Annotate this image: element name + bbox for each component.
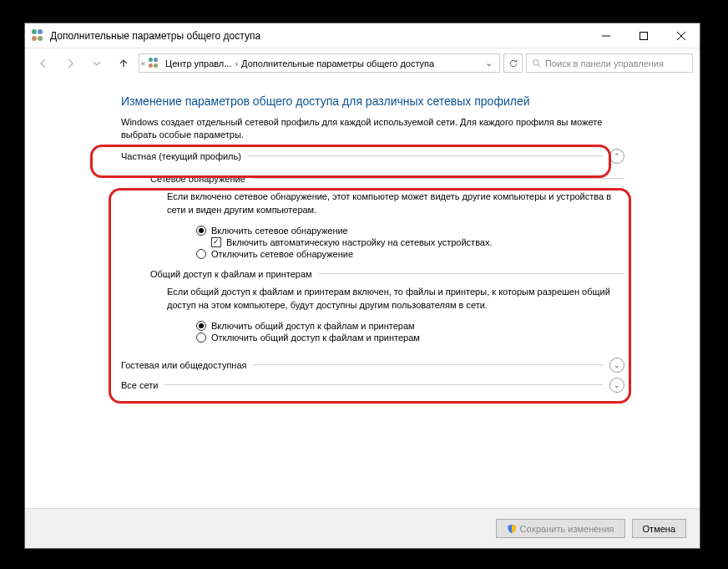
recent-dropdown[interactable]	[85, 52, 109, 75]
save-button[interactable]: Сохранить изменения	[496, 519, 625, 538]
search-icon	[532, 58, 542, 69]
titlebar: Дополнительные параметры общего доступа	[25, 23, 700, 48]
svg-rect-1	[640, 32, 647, 39]
content: Изменение параметров общего доступа для …	[25, 79, 700, 508]
divider	[248, 155, 603, 156]
up-button[interactable]	[112, 52, 135, 75]
radio-sharing-off[interactable]: Отключить общий доступ к файлам и принте…	[196, 333, 624, 343]
divider	[164, 384, 603, 385]
divider	[319, 273, 624, 274]
address-bar[interactable]: « Центр управл... › Дополнительные парам…	[139, 53, 500, 73]
chevron-down-icon[interactable]: ⌄	[609, 358, 624, 373]
search-placeholder: Поиск в панели управления	[545, 58, 664, 69]
radio-icon	[196, 249, 206, 259]
checkbox-icon: ✓	[211, 237, 221, 247]
chevron-up-icon[interactable]: ⌃	[609, 149, 624, 164]
radio-icon	[196, 333, 206, 343]
profile-private-header[interactable]: Частная (текущий профиль) ⌃	[121, 149, 624, 164]
shield-icon	[507, 524, 517, 534]
page-heading: Изменение параметров общего доступа для …	[121, 94, 624, 108]
svg-point-4	[533, 59, 539, 65]
radio-icon	[196, 321, 206, 331]
footer: Сохранить изменения Отмена	[25, 508, 700, 548]
svg-line-5	[538, 64, 541, 67]
window-buttons	[587, 23, 700, 48]
chevron-down-icon[interactable]: ⌄	[609, 378, 624, 393]
profile-all-title: Все сети	[121, 380, 158, 390]
breadcrumb-sep: ›	[235, 58, 238, 69]
minimize-button[interactable]	[587, 23, 624, 48]
navbar: « Центр управл... › Дополнительные парам…	[25, 48, 700, 78]
forward-button[interactable]	[58, 52, 82, 75]
refresh-button[interactable]	[503, 53, 523, 73]
close-button[interactable]	[662, 23, 700, 48]
address-dropdown[interactable]: ⌄	[480, 58, 498, 69]
profile-guest-title: Гостевая или общедоступная	[121, 360, 247, 370]
radio-sharing-on[interactable]: Включить общий доступ к файлам и принтер…	[196, 321, 624, 331]
radio-icon	[196, 226, 206, 236]
discovery-desc: Если включено сетевое обнаружение, этот …	[167, 191, 624, 217]
radio-discovery-off[interactable]: Отключить сетевое обнаружение	[196, 249, 624, 259]
divider	[254, 364, 603, 365]
control-panel-icon	[149, 58, 162, 69]
profile-guest-header[interactable]: Гостевая или общедоступная ⌄	[121, 358, 624, 373]
control-panel-icon	[32, 29, 45, 43]
search-input[interactable]: Поиск в панели управления	[526, 53, 693, 73]
maximize-button[interactable]	[624, 23, 662, 48]
group-discovery-title: Сетевое обнаружение	[150, 174, 624, 184]
cancel-button[interactable]: Отмена	[632, 519, 686, 538]
divider	[252, 178, 624, 179]
window: Дополнительные параметры общего доступа …	[24, 23, 700, 549]
page-subtext: Windows создает отдельный сетевой профил…	[121, 116, 624, 142]
profile-all-header[interactable]: Все сети ⌄	[121, 378, 624, 393]
back-button[interactable]	[32, 52, 55, 75]
sharing-desc: Если общий доступ к файлам и принтерам в…	[167, 286, 624, 312]
radio-discovery-on[interactable]: Включить сетевое обнаружение	[196, 226, 624, 236]
check-auto-setup[interactable]: ✓ Включить автоматическую настройку на с…	[211, 237, 624, 247]
breadcrumb-seg[interactable]: Дополнительные параметры общего доступа	[241, 58, 434, 69]
profile-private-title: Частная (текущий профиль)	[121, 151, 241, 161]
group-sharing-title: Общий доступ к файлам и принтерам	[150, 269, 624, 279]
window-title: Дополнительные параметры общего доступа	[50, 30, 587, 42]
breadcrumb-seg[interactable]: Центр управл...	[165, 58, 231, 69]
